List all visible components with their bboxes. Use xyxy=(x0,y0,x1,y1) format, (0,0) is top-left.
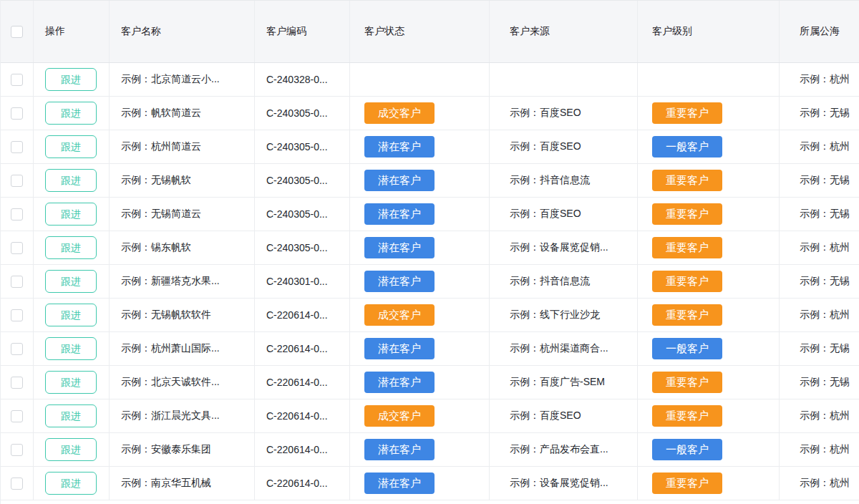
customer-name-cell: 示例：北京简道云小... xyxy=(110,63,255,96)
row-checkbox[interactable] xyxy=(11,242,23,254)
customer-status-cell: 潜在客户 xyxy=(350,130,490,163)
customer-code: C-220614-0... xyxy=(266,343,328,354)
customer-code-cell: C-240305-0... xyxy=(255,198,350,231)
row-checkbox[interactable] xyxy=(11,175,23,187)
customer-level-cell: 重要客户 xyxy=(638,467,780,500)
row-checkbox[interactable] xyxy=(11,276,23,288)
row-checkbox[interactable] xyxy=(11,343,23,355)
header-public-pool: 所属公海 xyxy=(780,1,859,62)
row-checkbox[interactable] xyxy=(11,309,23,321)
level-badge: 重要客户 xyxy=(652,472,722,494)
follow-up-button[interactable]: 跟进 xyxy=(45,438,97,461)
customer-code-cell: C-240305-0... xyxy=(255,130,350,163)
public-pool: 示例：杭州 xyxy=(800,241,850,254)
customer-name: 示例：南京华五机械 xyxy=(121,477,211,490)
customer-code: C-220614-0... xyxy=(266,377,328,388)
row-action-cell: 跟进 xyxy=(34,164,110,197)
customer-status-cell: 潜在客户 xyxy=(350,231,490,264)
level-badge: 重要客户 xyxy=(652,170,722,191)
header-label: 操作 xyxy=(45,25,65,38)
customer-name: 示例：安徽泰乐集团 xyxy=(121,443,211,456)
public-pool: 示例：无锡 xyxy=(800,342,850,355)
customer-level-cell: 一般客户 xyxy=(638,433,780,466)
public-pool-cell: 示例：无锡 xyxy=(780,164,859,197)
customer-status-cell: 潜在客户 xyxy=(350,164,490,197)
customer-name: 示例：杭州萧山国际... xyxy=(121,342,220,355)
row-checkbox[interactable] xyxy=(11,74,23,86)
row-action-cell: 跟进 xyxy=(34,332,110,365)
row-action-cell: 跟进 xyxy=(34,467,110,500)
customer-source-cell: 示例：抖音信息流 xyxy=(490,164,638,197)
row-checkbox[interactable] xyxy=(11,107,23,120)
customer-code: C-240328-0... xyxy=(266,74,328,85)
follow-up-button[interactable]: 跟进 xyxy=(45,270,97,293)
customer-name-cell: 示例：无锡帆软 xyxy=(110,164,255,197)
customer-code-cell: C-240305-0... xyxy=(255,97,350,130)
customer-source-cell: 示例：产品发布会直... xyxy=(490,433,638,466)
header-label: 客户来源 xyxy=(510,25,550,38)
customer-source-cell: 示例：百度SEO xyxy=(490,198,638,231)
customer-code: C-220614-0... xyxy=(266,478,328,489)
follow-up-button[interactable]: 跟进 xyxy=(45,203,97,226)
customer-name-cell: 示例：锡东帆软 xyxy=(110,231,255,264)
row-checkbox[interactable] xyxy=(11,478,23,490)
status-badge: 潜在客户 xyxy=(364,472,435,494)
customer-code-cell: C-220614-0... xyxy=(255,399,350,432)
follow-up-button[interactable]: 跟进 xyxy=(45,102,97,125)
customer-name: 示例：无锡简道云 xyxy=(121,208,201,220)
row-checkbox[interactable] xyxy=(11,141,23,153)
customer-level-cell: 重要客户 xyxy=(638,164,780,197)
status-badge: 潜在客户 xyxy=(364,237,435,258)
follow-up-button[interactable]: 跟进 xyxy=(45,304,97,326)
public-pool-cell: 示例：杭州 xyxy=(780,399,859,432)
public-pool: 示例：无锡 xyxy=(800,107,850,120)
select-all-checkbox[interactable] xyxy=(11,26,23,38)
table-row: 跟进 示例：帆软简道云 C-240305-0... 成交客户 示例：百度SEO … xyxy=(1,97,859,130)
follow-up-button[interactable]: 跟进 xyxy=(45,169,97,192)
customer-source-cell: 示例：百度广告-SEM xyxy=(490,366,638,399)
customer-level-cell: 重要客户 xyxy=(638,265,780,298)
customer-code-cell: C-220614-0... xyxy=(255,299,350,331)
follow-up-button[interactable]: 跟进 xyxy=(45,404,97,427)
header-customer-status: 客户状态 xyxy=(350,1,490,62)
follow-up-button[interactable]: 跟进 xyxy=(45,337,97,360)
status-badge: 成交客户 xyxy=(364,102,435,124)
public-pool-cell: 示例：无锡 xyxy=(780,97,859,130)
customer-table-viewport: 操作 客户名称 客户编码 客户状态 客户来源 客户级别 所属公海 xyxy=(0,0,859,504)
row-action-cell: 跟进 xyxy=(34,130,110,163)
follow-up-button[interactable]: 跟进 xyxy=(45,472,97,495)
customer-source: 示例：百度SEO xyxy=(510,140,581,153)
customer-name-cell: 示例：新疆塔克水果... xyxy=(110,265,255,298)
table-row: 跟进 示例：北京天诚软件... C-220614-0... 潜在客户 示例：百度… xyxy=(1,366,859,399)
row-checkbox[interactable] xyxy=(11,377,23,389)
table-row: 跟进 示例：无锡帆软 C-240305-0... 潜在客户 示例：抖音信息流 重… xyxy=(1,164,859,198)
customer-source: 示例：百度SEO xyxy=(510,107,581,120)
row-checkbox-cell xyxy=(1,433,34,466)
customer-name-cell: 示例：杭州萧山国际... xyxy=(110,332,255,365)
header-label: 客户状态 xyxy=(364,25,404,38)
follow-up-button[interactable]: 跟进 xyxy=(45,371,97,394)
public-pool: 示例：无锡 xyxy=(800,376,850,389)
table-row: 跟进 示例：锡东帆软 C-240305-0... 潜在客户 示例：设备展览促销.… xyxy=(1,231,859,265)
row-checkbox[interactable] xyxy=(11,410,23,422)
level-badge: 一般客户 xyxy=(652,338,722,359)
public-pool-cell: 示例：杭州 xyxy=(780,467,859,500)
customer-level-cell: 重要客户 xyxy=(638,231,780,264)
row-action-cell: 跟进 xyxy=(34,433,110,466)
row-action-cell: 跟进 xyxy=(34,299,110,331)
customer-code: C-240305-0... xyxy=(266,175,328,186)
status-badge: 潜在客户 xyxy=(364,372,435,393)
customer-level-cell: 重要客户 xyxy=(638,299,780,331)
row-checkbox-cell xyxy=(1,164,34,197)
customer-source: 示例：设备展览促销... xyxy=(510,241,608,254)
row-checkbox[interactable] xyxy=(11,444,23,456)
customer-status-cell: 潜在客户 xyxy=(350,366,490,399)
follow-up-button[interactable]: 跟进 xyxy=(45,135,97,158)
row-action-cell: 跟进 xyxy=(34,198,110,231)
customer-name-cell: 示例：南京华五机械 xyxy=(110,467,255,500)
level-badge: 重要客户 xyxy=(652,203,722,225)
row-checkbox[interactable] xyxy=(11,208,23,220)
follow-up-button[interactable]: 跟进 xyxy=(45,236,97,259)
follow-up-button[interactable]: 跟进 xyxy=(45,68,97,91)
customer-code-cell: C-220614-0... xyxy=(255,366,350,399)
